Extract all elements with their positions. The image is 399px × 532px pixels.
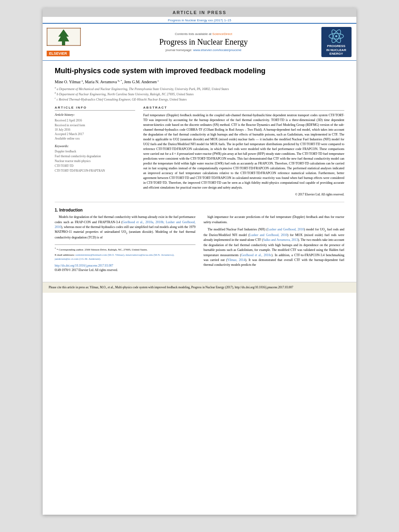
- affiliation-c-text: c Retired Thermal-Hydraulics Chief Consu…: [57, 97, 187, 101]
- journal-reference-line: Progress in Nuclear Energy xxx (2017) 1–…: [43, 17, 356, 23]
- homepage-link[interactable]: www.elsevier.com/locate/pnucene: [193, 48, 241, 52]
- article-in-press-banner: ARTICLE IN PRESS: [43, 8, 356, 17]
- article-info-column: ARTICLE INFO Article history: Received 2…: [55, 106, 135, 196]
- introduction-title: 1. Introduction: [55, 208, 344, 212]
- received-date: Received 2 April 2016: [55, 118, 135, 123]
- keyword-4: CTF/TORT-TD/FRAPCON-FRAPTRAN: [55, 168, 135, 173]
- issn-line: 0149-1970/© 2017 Elsevier Ltd. All right…: [55, 268, 195, 272]
- article-page: ARTICLE IN PRESS Progress in Nuclear Ene…: [43, 8, 356, 515]
- keywords-group: Keywords: Doppler feedback Fuel thermal …: [55, 144, 135, 173]
- article-history-group: Article history: Received 2 April 2016 R…: [55, 113, 135, 141]
- keyword-1: Fuel thermal conductivity degradation: [55, 154, 135, 159]
- elsevier-logo-container: ELSEVIER: [47, 28, 87, 56]
- elsevier-tree-icon: [47, 28, 81, 50]
- affiliation-b: b b Department of Nuclear Engineering, N…: [55, 92, 344, 96]
- banner-text: ARTICLE IN PRESS: [173, 10, 226, 15]
- pne-logo: PROGRESSIN NUCLEARENERGY: [321, 27, 352, 57]
- article-content: Multi-physics code system with improved …: [43, 61, 356, 278]
- footnote-corresponding-text: * Corresponding author. 2500 Stinson Dri…: [57, 248, 148, 251]
- abstract-text: Fuel temperature (Doppler) feedback mode…: [143, 113, 344, 190]
- authors-line: Mine O. Yilmaz a, Maria N. Avramova b, *…: [55, 79, 344, 84]
- ref-link-yilmaz[interactable]: Yilmaz, 2014: [227, 258, 245, 262]
- article-info-abstract-section: ARTICLE INFO Article history: Received 2…: [55, 106, 344, 196]
- ref-link-salko[interactable]: Salko and Avramova, 2013: [263, 238, 298, 242]
- sciencedirect-link[interactable]: ScienceDirect: [212, 32, 232, 36]
- intro-left-text: Models for degradation of the fuel therm…: [55, 215, 195, 240]
- available-online: Available online xxx: [55, 136, 135, 141]
- affiliation-a-text: a Department of Mechanical and Nuclear E…: [57, 87, 229, 91]
- sciencedirect-link-text: ScienceDirect: [212, 32, 232, 36]
- keyword-2: Nuclear reactor multi-physics: [55, 159, 135, 164]
- journal-homepage-line: journal homepage: www.elsevier.com/locat…: [91, 48, 316, 52]
- journal-center: Contents lists available at ScienceDirec…: [91, 32, 316, 52]
- abstract-header: ABSTRACT: [143, 106, 344, 111]
- ref-link-nfi[interactable]: Lusher and Geelhood, 2010: [267, 228, 304, 231]
- sciencedirect-line: Contents lists available at ScienceDirec…: [91, 32, 316, 36]
- received-revised-label: Received in revised form: [55, 123, 135, 127]
- svg-point-9: [335, 35, 337, 37]
- section-title-text: Introduction: [59, 208, 82, 212]
- doi-line: http://dx.doi.org/10.1016/j.pnucene.2017…: [55, 264, 195, 267]
- svg-rect-4: [47, 28, 47, 46]
- affiliation-a: a a Department of Mechanical and Nuclear…: [55, 86, 344, 91]
- history-label: Article history:: [55, 113, 135, 117]
- intro-right-col: high importance for accurate predictions…: [204, 215, 344, 271]
- journal-ref-text: Progress in Nuclear Energy xxx (2017) 1–…: [168, 18, 231, 22]
- ref-link-geelhood-c[interactable]: Geelhood et al., 2010c: [241, 253, 271, 257]
- section-divider: [55, 202, 344, 202]
- article-info-header: ARTICLE INFO: [55, 106, 135, 111]
- introduction-section: Models for degradation of the fuel therm…: [55, 215, 344, 271]
- keyword-3: CTF/TORT-TD: [55, 164, 135, 168]
- svg-rect-3: [47, 45, 81, 46]
- doi-link[interactable]: http://dx.doi.org/10.1016/j.pnucene.2017…: [55, 264, 113, 267]
- homepage-prefix: journal homepage:: [166, 48, 192, 52]
- pne-text: PROGRESSIN NUCLEARENERGY: [326, 44, 346, 56]
- doi-text: http://dx.doi.org/10.1016/j.pnucene.2017…: [55, 264, 113, 267]
- affiliation-c: c c Retired Thermal-Hydraulics Chief Con…: [55, 97, 344, 101]
- ref-link-geelhood[interactable]: Geelhood et al., 2010a, 2010b; Lusher an…: [55, 220, 195, 229]
- homepage-link-text: www.elsevier.com/locate/pnucene: [193, 48, 241, 52]
- elsevier-wordmark: ELSEVIER: [47, 51, 70, 56]
- keywords-label: Keywords:: [55, 144, 135, 148]
- footnote-email: E-mail addresses: ozdemirmine@hotmail.co…: [55, 253, 195, 261]
- journal-title: Progress in Nuclear Energy: [91, 37, 316, 47]
- revised-date: 10 July 2016: [55, 127, 135, 132]
- abstract-column: ABSTRACT Fuel temperature (Doppler) feed…: [143, 106, 344, 196]
- citation-text: Please cite this article in press as: Yi…: [49, 286, 293, 289]
- citation-bar: Please cite this article in press as: Yi…: [43, 282, 356, 293]
- intro-right-p1: high importance for accurate predictions…: [204, 215, 344, 225]
- affiliation-b-text: b Department of Nuclear Engineering, Nor…: [57, 92, 193, 96]
- pne-logo-container: PROGRESSIN NUCLEARENERGY: [320, 27, 352, 57]
- article-title: Multi-physics code system with improved …: [55, 67, 344, 75]
- keyword-0: Doppler feedback: [55, 149, 135, 154]
- journal-header: ELSEVIER Contents lists available at Sci…: [43, 23, 356, 61]
- abstract-body: Fuel temperature (Doppler) feedback mode…: [143, 113, 344, 190]
- intro-right-text: high importance for accurate predictions…: [204, 215, 344, 267]
- accepted-date: Accepted 2 March 2017: [55, 132, 135, 136]
- email-label: E-mail addresses:: [55, 253, 75, 257]
- svg-rect-5: [80, 28, 81, 46]
- svg-rect-2: [47, 28, 81, 29]
- footnotes: * * Corresponding author. 2500 Stinson D…: [55, 244, 195, 261]
- footnote-corresponding: * * Corresponding author. 2500 Stinson D…: [55, 247, 195, 252]
- section-number: 1.: [55, 208, 58, 212]
- copyright-line: © 2017 Elsevier Ltd. All rights reserved…: [143, 193, 344, 196]
- ref-link-duriez[interactable]: Lusher and Geelhood, 2010: [249, 233, 287, 237]
- sciencedirect-prefix: Contents lists available at: [175, 32, 212, 36]
- affiliations: a a Department of Mechanical and Nuclear…: [55, 86, 344, 101]
- atom-icon: [328, 28, 344, 44]
- intro-left-col: Models for degradation of the fuel therm…: [55, 215, 195, 271]
- journal-title-text: Progress in Nuclear Energy: [159, 37, 248, 46]
